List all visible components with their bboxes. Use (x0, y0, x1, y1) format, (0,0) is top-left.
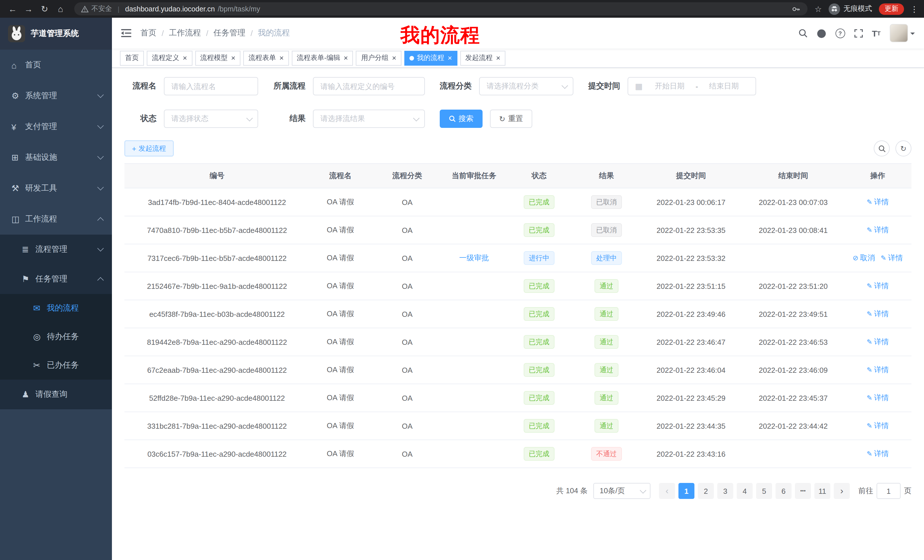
detail-link[interactable]: ✎详情 (867, 449, 889, 459)
sidebar-item-label: 流程管理 (35, 244, 98, 255)
cell-current-task (443, 412, 505, 440)
detail-link[interactable]: ✎详情 (867, 281, 889, 291)
cell-end-time: 2022-01-22 23:46:53 (742, 328, 844, 356)
sidebar-item-todo-tasks[interactable]: ◎待办任务 (0, 322, 112, 351)
process-name-input[interactable] (164, 77, 258, 95)
bookmark-star-icon[interactable]: ☆ (814, 4, 822, 13)
sidebar-item-infrastructure[interactable]: ⊞基础设施 (0, 142, 112, 173)
tab-process-form[interactable]: 流程表单× (243, 51, 289, 65)
current-task-link[interactable]: 一级审批 (459, 253, 489, 262)
browser-update-button[interactable]: 更新 (879, 3, 904, 15)
refresh-table-button[interactable]: ↻ (896, 141, 911, 156)
cell-id: 819442e8-7b9a-11ec-a290-acde48001122 (124, 328, 309, 356)
page-button-6[interactable]: 6 (776, 483, 792, 499)
browser-forward-icon[interactable]: → (22, 2, 35, 16)
tab-process-form-edit[interactable]: 流程表单-编辑× (292, 51, 353, 65)
page-button-5[interactable]: 5 (756, 483, 772, 499)
page-button-1[interactable]: 1 (678, 483, 694, 499)
cancel-link[interactable]: ⊘取消 (853, 253, 875, 263)
tab-close-icon[interactable]: × (279, 54, 284, 62)
tab-home[interactable]: 首页 (120, 51, 144, 65)
tab-process-definition[interactable]: 流程定义× (147, 51, 192, 65)
tab-start-process[interactable]: 发起流程× (460, 51, 506, 65)
category-select[interactable]: 请选择流程分类 (479, 77, 573, 95)
github-icon[interactable] (816, 28, 826, 38)
breadcrumb-item[interactable]: 任务管理 (214, 28, 246, 38)
detail-link[interactable]: ✎详情 (867, 337, 889, 347)
tab-my-process[interactable]: 我的流程× (404, 51, 457, 65)
toggle-search-button[interactable] (874, 141, 890, 156)
detail-link[interactable]: ✎详情 (880, 253, 903, 263)
browser-back-icon[interactable]: ← (6, 2, 20, 16)
status-select[interactable]: 请选择状态 (164, 109, 258, 128)
sidebar-item-label: 我的流程 (47, 303, 103, 313)
create-process-button[interactable]: + 发起流程 (124, 141, 173, 156)
cell-id: 2152467e-7b9b-11ec-9a1b-acde48001122 (124, 272, 309, 300)
status-badge: 已完成 (524, 279, 555, 293)
page-button-11[interactable]: 11 (814, 483, 830, 499)
fullscreen-icon[interactable] (854, 29, 862, 37)
hamburger-icon[interactable] (112, 18, 141, 48)
page-button-2[interactable]: 2 (698, 483, 714, 499)
help-icon[interactable]: ? (835, 28, 845, 38)
cell-actions: ✎详情 (844, 412, 911, 440)
goto-page-input[interactable] (877, 483, 901, 499)
result-badge: 通过 (594, 419, 618, 433)
page-size-select[interactable]: 10条/页 (593, 483, 651, 499)
status-badge: 已完成 (524, 335, 555, 349)
column-header: 状态 (505, 163, 573, 188)
sidebar-item-label: 已办任务 (47, 360, 103, 370)
tab-user-group[interactable]: 用户分组× (356, 51, 402, 65)
tab-close-icon[interactable]: × (344, 54, 348, 62)
sidebar-item-system-management[interactable]: ⚙系统管理 (0, 81, 112, 111)
browser-home-icon[interactable]: ⌂ (54, 2, 68, 16)
detail-link[interactable]: ✎详情 (867, 197, 889, 207)
sidebar-item-done-tasks[interactable]: ✂已办任务 (0, 351, 112, 380)
user-menu[interactable] (890, 24, 915, 42)
breadcrumb-item[interactable]: 首页 (141, 28, 156, 38)
sidebar-item-process-management[interactable]: ≣流程管理 (0, 235, 112, 264)
sidebar-item-task-management[interactable]: ⚑任务管理 (0, 264, 112, 294)
sidebar-item-payment-management[interactable]: ¥支付管理 (0, 111, 112, 142)
cell-process-name: OA 请假 (309, 244, 371, 272)
sidebar-item-leave-query[interactable]: ♟请假查询 (0, 380, 112, 409)
sidebar-item-workflow[interactable]: ◫工作流程 (0, 204, 112, 235)
page-button-3[interactable]: 3 (717, 483, 733, 499)
sidebar-item-my-process[interactable]: ✉我的流程 (0, 294, 112, 322)
tab-close-icon[interactable]: × (231, 54, 235, 62)
browser-menu-icon[interactable]: ⋮ (910, 4, 918, 13)
search-icon[interactable] (798, 28, 807, 38)
address-bar[interactable]: 不安全 | dashboard.yudao.iocoder.cn /bpm/ta… (74, 2, 808, 15)
sidebar-item-home[interactable]: ⌂首页 (0, 49, 112, 81)
date-range-picker[interactable]: ▦ 开始日期 - 结束日期 (628, 77, 756, 95)
next-page-button[interactable]: › (834, 483, 850, 499)
detail-link[interactable]: ✎详情 (867, 393, 889, 403)
tab-process-model[interactable]: 流程模型× (195, 51, 240, 65)
screen: ← → ↻ ⌂ 不安全 | dashboard.yudao.iocoder.cn… (0, 0, 924, 560)
prev-page-button[interactable]: ‹ (659, 483, 675, 499)
detail-link[interactable]: ✎详情 (867, 225, 889, 235)
reset-button[interactable]: ↻ 重置 (490, 109, 532, 128)
edit-icon: ✎ (867, 450, 872, 458)
result-select[interactable]: 请选择流结果 (313, 109, 425, 128)
breadcrumb-item[interactable]: 工作流程 (169, 28, 201, 38)
browser-reload-icon[interactable]: ↻ (38, 2, 51, 16)
search-button[interactable]: 搜索 (440, 109, 483, 128)
detail-link[interactable]: ✎详情 (867, 365, 889, 375)
key-icon[interactable] (792, 4, 801, 13)
detail-link[interactable]: ✎详情 (867, 421, 889, 431)
process-definition-input[interactable] (313, 77, 425, 95)
tab-close-icon[interactable]: × (448, 54, 452, 62)
font-size-icon[interactable]: TT (872, 28, 880, 38)
cell-current-task (443, 216, 505, 244)
more-pages-button[interactable]: ••• (795, 483, 811, 499)
end-date-placeholder: 结束日期 (699, 81, 748, 91)
page-button-4[interactable]: 4 (736, 483, 753, 499)
tab-close-icon[interactable]: × (183, 54, 187, 62)
sidebar-logo[interactable]: 芋道管理系统 (0, 18, 112, 49)
tab-close-icon[interactable]: × (392, 54, 396, 62)
tab-close-icon[interactable]: × (496, 54, 500, 62)
detail-link[interactable]: ✎详情 (867, 309, 889, 319)
sidebar-item-dev-tools[interactable]: ⚒研发工具 (0, 173, 112, 204)
page-unit-label: 页 (904, 486, 911, 496)
